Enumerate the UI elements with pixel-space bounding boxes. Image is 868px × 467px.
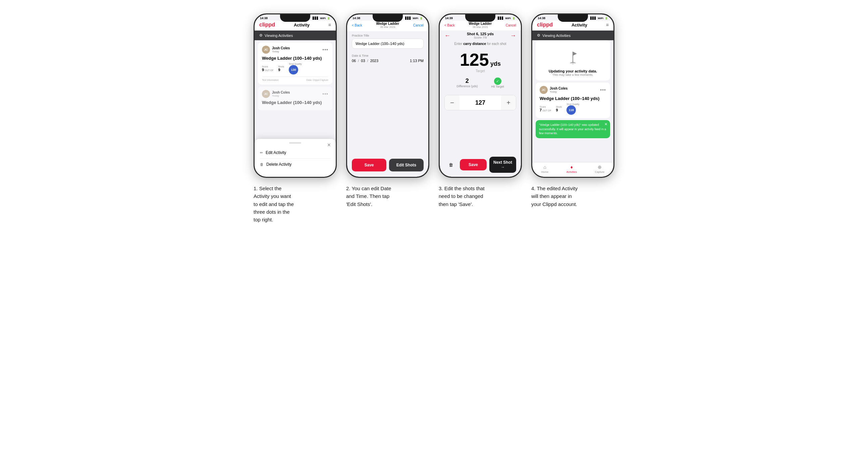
date-day[interactable]: 06 <box>352 59 356 63</box>
difference-value: 2 <box>466 77 469 85</box>
input-distance-value[interactable]: 127 <box>460 99 501 106</box>
instruction-bold: carry distance <box>463 42 486 45</box>
phone-4-column: 14:38 ▋▋▋ WiFi 🔋 clippd Activity ≡ ⚙ Vie… <box>531 13 615 208</box>
status-icons-3: ▋▋▋ WiFi 🔋 <box>498 17 516 20</box>
save-button-2[interactable]: Save <box>352 159 386 172</box>
trash-icon: 🗑 <box>260 162 264 166</box>
toast-close-icon[interactable]: ✕ <box>604 122 608 126</box>
shot-header-center: Shot 6, 125 yds Score 7/9 <box>467 32 494 39</box>
shot-bottom-buttons: 🗑 Save Next Shot → <box>440 157 521 173</box>
back-button-2[interactable]: < Back <box>352 24 362 27</box>
card-header-2: JC Josh Coles Today ••• <box>262 90 328 98</box>
delete-shot-button[interactable]: 🗑 <box>444 158 457 171</box>
phone-4-screen: 14:38 ▋▋▋ WiFi 🔋 clippd Activity ≡ ⚙ Vie… <box>532 14 614 177</box>
user-name-1: Josh Coles <box>272 46 290 50</box>
tab-activities[interactable]: ♦ Activities <box>566 164 577 174</box>
next-shot-button[interactable]: Next Shot → <box>489 157 516 173</box>
footer-left-1: Test Information <box>262 79 279 81</box>
tab-home-label: Home <box>541 170 548 174</box>
user-name-date-4: Josh Coles Today <box>550 87 567 93</box>
sq-badge-4: 118 <box>566 105 576 115</box>
phones-row: 14:38 ▋▋▋ WiFi 🔋 clippd Activity ≡ ⚙ <box>253 13 615 223</box>
hit-target-icon: ✓ <box>494 77 501 85</box>
phone-3-frame: 14:39 ▋▋▋ WiFi 🔋 < Back Wedge Ladder 06 … <box>439 13 522 178</box>
nav-bar-2: < Back Wedge Ladder 06 Mar 2023 Cancel <box>347 21 428 31</box>
viewing-label-4: Viewing Activities <box>542 34 570 38</box>
card-stats-4: Score 7 OUT OF Shots 9 Shot Quality <box>540 103 606 115</box>
increase-button[interactable]: + <box>501 95 516 110</box>
score-value-1: 9 OUT OF <box>262 68 273 72</box>
battery-icon-2: 🔋 <box>420 17 423 20</box>
updating-container: Updating your activity data. This may ta… <box>536 40 610 81</box>
menu-icon-4[interactable]: ≡ <box>606 22 609 28</box>
card-header-1: JC Josh Coles Today ••• <box>262 45 328 54</box>
nav-title-2: Wedge Ladder <box>376 22 399 26</box>
practice-title-input[interactable]: Wedge Ladder (100–140 yds) <box>352 39 424 49</box>
phone-2-notch <box>373 14 403 22</box>
user-date-1: Today <box>272 50 290 53</box>
edit-shots-button[interactable]: Edit Shots <box>389 159 424 172</box>
cancel-button-2[interactable]: Cancel <box>413 24 424 27</box>
user-name-date-2: Josh Coles Today <box>272 91 290 97</box>
shot-arrows: ← Shot 6, 125 yds Score 7/9 → <box>440 31 521 40</box>
user-name-2: Josh Coles <box>272 91 290 94</box>
card-title-2: Wedge Ladder (100–140 yds) <box>262 100 328 105</box>
next-shot-label: Next Shot → <box>493 160 513 169</box>
status-icons-1: ▋▋▋ WiFi 🔋 <box>313 17 330 20</box>
clippd-logo-1: clippd <box>259 22 275 28</box>
back-button-3[interactable]: < Back <box>444 24 455 27</box>
distance-input-row: − 127 + <box>444 95 516 111</box>
phone-1-notch <box>280 14 310 22</box>
delete-activity-item[interactable]: 🗑 Delete Activity <box>260 159 330 170</box>
edit-icon: ✏ <box>260 151 263 155</box>
shot-stats: 2 Difference (yds) ✓ Hit Target <box>440 74 521 92</box>
app-header-1: clippd Activity ≡ <box>254 21 336 31</box>
tab-home[interactable]: ⌂ Home <box>541 164 548 174</box>
three-dots-2[interactable]: ••• <box>322 91 328 97</box>
edit-activity-item[interactable]: ✏ Edit Activity <box>260 147 330 158</box>
date-year[interactable]: 2023 <box>370 59 378 63</box>
score-group-4: Score 7 OUT OF <box>540 106 551 112</box>
menu-icon-1[interactable]: ≡ <box>328 22 331 28</box>
distance-target-label: Target <box>440 69 521 73</box>
shots-value-4: 9 <box>556 108 562 112</box>
hit-target-label: Hit Target <box>491 85 504 88</box>
user-name-4: Josh Coles <box>550 87 567 90</box>
user-date-4: Today <box>550 90 567 93</box>
sq-badge-1: 130 <box>289 65 298 74</box>
card-title-4: Wedge Ladder (100–140 yds) <box>540 96 606 101</box>
shots-label-1: Shots <box>278 65 284 68</box>
signal-icon-2: ▋▋▋ <box>405 17 411 20</box>
signal-icon-4: ▋▋▋ <box>590 17 596 20</box>
viewing-label-1: Viewing Activities <box>265 34 293 38</box>
next-arrow-icon[interactable]: → <box>510 32 516 39</box>
phone-3-screen: 14:39 ▋▋▋ WiFi 🔋 < Back Wedge Ladder 06 … <box>440 14 521 177</box>
svg-point-1 <box>571 62 574 64</box>
capture-icon: ⊕ <box>598 164 602 170</box>
tab-capture[interactable]: ⊕ Capture <box>595 164 604 174</box>
prev-arrow-icon[interactable]: ← <box>444 32 451 39</box>
phone-4-frame: 14:38 ▋▋▋ WiFi 🔋 clippd Activity ≡ ⚙ Vie… <box>531 13 615 178</box>
decrease-button[interactable]: − <box>445 95 460 110</box>
three-dots-4[interactable]: ••• <box>600 87 606 93</box>
card-title-1: Wedge Ladder (100–140 yds) <box>262 56 328 61</box>
activities-icon: ♦ <box>570 164 573 170</box>
date-month[interactable]: 03 <box>361 59 365 63</box>
out-of-label-1: OUT OF <box>265 69 273 71</box>
save-shot-button[interactable]: Save <box>460 159 487 170</box>
status-time-3: 14:39 <box>445 17 453 20</box>
nav-center-2: Wedge Ladder 06 Mar 2023 <box>376 22 399 29</box>
user-date-2: Today <box>272 94 290 97</box>
avatar-4: JC <box>540 86 548 94</box>
user-name-date-1: Josh Coles Today <box>272 46 290 53</box>
clippd-logo-4: clippd <box>537 22 553 28</box>
sheet-close-icon[interactable]: ✕ <box>327 142 331 148</box>
time-part[interactable]: 1:13 PM <box>410 59 424 63</box>
score-label-4: Score <box>540 106 551 108</box>
datetime-label: Date & Time <box>352 54 424 57</box>
cancel-button-3[interactable]: Cancel <box>506 24 516 27</box>
avatar-1: JC <box>262 45 270 54</box>
status-icons-2: ▋▋▋ WiFi 🔋 <box>405 17 423 20</box>
viewing-activities-bar-1: ⚙ Viewing Activities <box>254 31 336 40</box>
three-dots-1[interactable]: ••• <box>322 47 328 52</box>
